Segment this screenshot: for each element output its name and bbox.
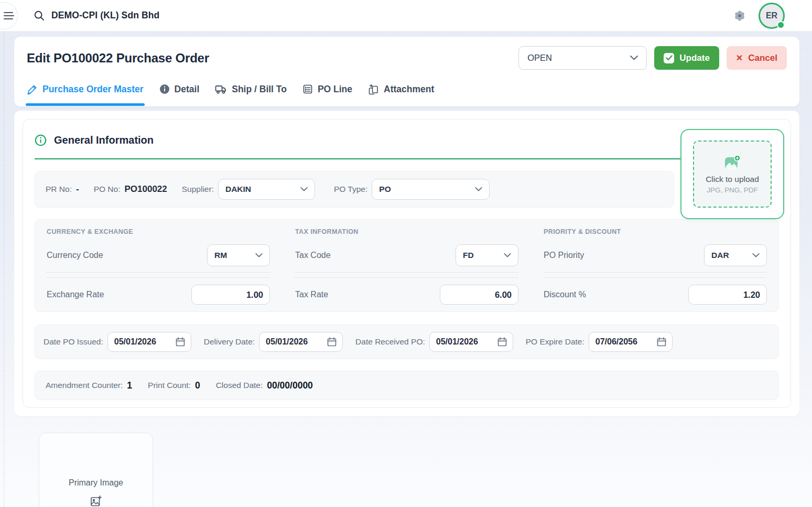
chevron-down-icon xyxy=(255,253,263,257)
date-received-po-label: Date Received PO: xyxy=(355,337,425,347)
tax-rate-input[interactable] xyxy=(440,285,518,305)
counters-row: Amendment Counter: 1 Print Count: 0 Clos… xyxy=(35,371,779,400)
po-priority-label: PO Priority xyxy=(544,251,584,260)
currency-code-select[interactable]: RM xyxy=(207,244,270,266)
delivery-date-label: Delivery Date: xyxy=(204,337,255,347)
date-po-issued-input[interactable]: 05/01/2026 xyxy=(107,332,191,352)
company-name: DEMO-CPI (KL) Sdn Bhd xyxy=(51,10,159,21)
chevron-down-icon xyxy=(300,187,308,191)
upload-dropzone[interactable]: Click to upload JPG, PNG, PDF xyxy=(693,141,772,208)
calendar-icon xyxy=(175,337,186,347)
tab-ship-bill-to[interactable]: Ship / Bill To xyxy=(215,82,287,96)
section-underline xyxy=(35,158,779,159)
tab-po-line[interactable]: PO Line xyxy=(302,82,352,96)
po-expire-date-input[interactable]: 07/06/2056 xyxy=(589,332,673,352)
po-type-select[interactable]: PO xyxy=(372,179,490,200)
online-status-dot xyxy=(777,21,785,29)
check-square-icon xyxy=(664,53,674,63)
page-title: Edit PO100022 Purchase Order xyxy=(27,51,518,66)
document-upload-box: Click to upload JPG, PNG, PDF xyxy=(680,129,784,219)
pr-no-value: - xyxy=(76,184,79,195)
cancel-button[interactable]: ✕ Cancel xyxy=(727,46,787,70)
divider xyxy=(47,277,270,278)
primary-image-card[interactable]: Primary Image xyxy=(39,433,153,507)
tax-code-select[interactable]: FD xyxy=(456,244,518,266)
chevron-down-icon xyxy=(504,253,511,257)
attachment-pages-icon xyxy=(368,84,379,95)
list-icon xyxy=(302,84,313,94)
po-expire-date-label: PO Expire Date: xyxy=(526,337,584,347)
supplier-select[interactable]: DAKIN xyxy=(218,179,315,200)
status-select[interactable]: OPEN xyxy=(518,46,647,70)
po-tabs: Purchase Order Master Detail Ship / Bill… xyxy=(27,82,787,96)
gear-icon[interactable] xyxy=(733,9,746,22)
image-add-icon xyxy=(90,495,102,507)
po-identity-row: PR No: - PO No: PO100022 Supplier: DAKIN… xyxy=(35,171,674,208)
po-type-select-value: PO xyxy=(379,185,391,194)
tab-attachment[interactable]: Attachment xyxy=(368,82,434,96)
divider xyxy=(544,277,767,278)
avatar-initials: ER xyxy=(766,11,777,20)
date-received-po-input[interactable]: 05/01/2026 xyxy=(429,332,513,352)
priority-discount-column: PRIORITY & DISCOUNT PO Priority DAR Disc… xyxy=(544,228,767,305)
tab-purchase-order-master[interactable]: Purchase Order Master xyxy=(27,82,144,96)
delivery-date-input[interactable]: 05/01/2026 xyxy=(259,332,343,352)
pen-icon xyxy=(27,84,38,95)
divider xyxy=(544,272,767,273)
image-plus-icon xyxy=(724,155,741,170)
discount-percent-input[interactable] xyxy=(688,285,767,305)
primary-image-label: Primary Image xyxy=(69,478,123,488)
upload-formats: JPG, PNG, PDF xyxy=(707,186,758,194)
supplier-label: Supplier: xyxy=(182,185,214,194)
status-select-value: OPEN xyxy=(527,53,552,63)
currency-code-label: Currency Code xyxy=(47,251,103,260)
cancel-button-label: Cancel xyxy=(748,53,777,63)
dates-row: Date PO Issued: 05/01/2026 Delivery Date… xyxy=(35,325,779,359)
tab-label: Purchase Order Master xyxy=(42,84,144,95)
po-priority-select[interactable]: DAR xyxy=(704,244,767,266)
column-header: TAX INFORMATION xyxy=(295,228,518,235)
exchange-rate-input[interactable] xyxy=(191,285,270,305)
currency-exchange-column: CURRENCY & EXCHANGE Currency Code RM Exc… xyxy=(47,228,270,305)
date-value: 05/01/2026 xyxy=(436,337,478,347)
currency-code-value: RM xyxy=(214,251,227,260)
chevron-down-icon xyxy=(752,253,760,257)
closed-date-value: 00/00/0000 xyxy=(267,380,313,391)
print-count-label: Print Count: xyxy=(148,381,191,390)
tax-code-label: Tax Code xyxy=(295,251,331,260)
chevron-down-icon xyxy=(630,56,638,60)
info-circle-icon xyxy=(159,84,170,94)
po-header-card: Edit PO100022 Purchase Order OPEN Update… xyxy=(14,37,799,106)
po-form-card: General Information Click to upload xyxy=(14,111,799,416)
calendar-icon xyxy=(656,337,667,347)
hamburger-menu-icon[interactable] xyxy=(0,2,18,29)
exchange-rate-label: Exchange Rate xyxy=(47,290,104,299)
discount-percent-label: Discount % xyxy=(544,290,586,299)
tab-detail[interactable]: Detail xyxy=(159,82,200,96)
amendment-counter-value: 1 xyxy=(127,380,132,391)
search-icon[interactable] xyxy=(34,10,45,21)
amendment-counter-label: Amendment Counter: xyxy=(46,381,123,390)
tax-code-value: FD xyxy=(463,251,474,260)
date-value: 07/06/2056 xyxy=(596,337,637,347)
section-title: General Information xyxy=(54,134,154,146)
po-no-label: PO No: xyxy=(94,185,121,194)
po-no-value: PO100022 xyxy=(124,184,167,195)
column-header: CURRENCY & EXCHANGE xyxy=(47,228,270,235)
date-po-issued-label: Date PO Issued: xyxy=(44,337,103,347)
print-count-value: 0 xyxy=(195,380,200,391)
general-information-panel: General Information Click to upload xyxy=(23,119,791,408)
topbar: DEMO-CPI (KL) Sdn Bhd ER xyxy=(0,0,812,31)
divider xyxy=(295,272,518,273)
tax-rate-label: Tax Rate xyxy=(295,290,328,299)
update-button[interactable]: Update xyxy=(654,46,719,70)
divider xyxy=(295,277,518,278)
divider xyxy=(47,272,270,273)
column-header: PRIORITY & DISCOUNT xyxy=(544,228,767,235)
date-value: 05/01/2026 xyxy=(266,337,308,347)
calendar-icon xyxy=(327,337,337,347)
tab-label: Ship / Bill To xyxy=(232,84,287,95)
user-avatar[interactable]: ER xyxy=(759,3,785,29)
date-value: 05/01/2026 xyxy=(114,337,156,347)
tab-label: Detail xyxy=(175,84,200,95)
